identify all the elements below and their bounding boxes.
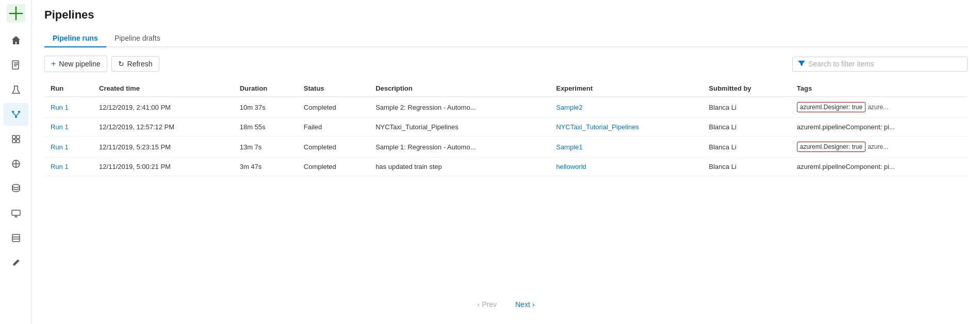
svg-rect-13 xyxy=(17,140,20,143)
run-link[interactable]: Run 1 xyxy=(51,143,69,151)
status-cell: Completed xyxy=(298,137,369,158)
table-row: Run 112/12/2019, 2:41:00 PM10m 37sComple… xyxy=(44,97,968,118)
experiment-link[interactable]: Sample1 xyxy=(556,143,582,151)
tag-text: azureml.pipelineComponent: pi... xyxy=(797,123,895,131)
tag-more: azure... xyxy=(868,104,888,111)
main-content: Pipelines Pipeline runs Pipeline drafts … xyxy=(32,0,980,324)
tag-badge: azureml.Designer: true xyxy=(797,102,865,112)
svg-point-6 xyxy=(18,111,20,113)
chevron-left-icon: ‹ xyxy=(478,300,480,309)
tabs: Pipeline runs Pipeline drafts xyxy=(44,30,968,47)
sidebar-item-models[interactable] xyxy=(4,128,28,150)
table-row: Run 112/11/2019, 5:00:21 PM3m 47sComplet… xyxy=(44,158,968,176)
description-cell: Sample 1: Regression - Automo... xyxy=(369,137,550,158)
svg-point-15 xyxy=(12,184,20,187)
svg-rect-16 xyxy=(12,210,20,215)
tag-more: azure... xyxy=(868,143,888,150)
sidebar-item-pipelines[interactable] xyxy=(4,103,28,126)
run-link[interactable]: Run 1 xyxy=(51,123,69,131)
tag-text: azureml.pipelineComponent: pi... xyxy=(797,163,895,170)
status-cell: Failed xyxy=(298,118,369,137)
sidebar-item-endpoints[interactable] xyxy=(4,152,28,175)
prev-button[interactable]: ‹ Prev xyxy=(470,297,504,312)
col-status: Status xyxy=(298,80,369,97)
search-placeholder: Search to filter items xyxy=(808,60,874,68)
col-experiment: Experiment xyxy=(550,80,703,97)
page-title: Pipelines xyxy=(44,8,968,22)
prev-label: Prev xyxy=(482,300,497,309)
refresh-icon: ↻ xyxy=(118,60,124,68)
duration-cell: 13m 7s xyxy=(234,137,298,158)
duration-cell: 3m 47s xyxy=(234,158,298,176)
new-pipeline-label: New pipeline xyxy=(59,60,100,68)
tags-cell: azureml.pipelineComponent: pi... xyxy=(791,158,968,176)
created-time-cell: 12/12/2019, 12:57:12 PM xyxy=(93,118,234,137)
svg-line-8 xyxy=(13,113,16,116)
tab-pipeline-drafts[interactable]: Pipeline drafts xyxy=(106,30,169,47)
sidebar-item-home[interactable] xyxy=(4,29,28,52)
sidebar-add-button[interactable] xyxy=(7,4,25,23)
new-pipeline-button[interactable]: + New pipeline xyxy=(44,56,107,72)
pipeline-runs-table: Run Created time Duration Status Descrip… xyxy=(44,80,968,176)
tags-cell: azureml.pipelineComponent: pi... xyxy=(791,118,968,137)
run-link[interactable]: Run 1 xyxy=(51,163,69,170)
search-box[interactable]: Search to filter items xyxy=(792,57,968,72)
tags-cell: azureml.Designer: trueazure... xyxy=(791,97,968,118)
refresh-button[interactable]: ↻ Refresh xyxy=(111,56,159,72)
status-cell: Completed xyxy=(298,158,369,176)
sidebar-item-notebooks[interactable] xyxy=(4,54,28,76)
svg-line-9 xyxy=(16,113,19,116)
submitted-by-cell: Blanca Li xyxy=(703,97,790,118)
sidebar-item-data[interactable] xyxy=(4,177,28,200)
tags-cell: azureml.Designer: trueazure... xyxy=(791,137,968,158)
svg-rect-0 xyxy=(12,61,19,69)
sidebar xyxy=(0,0,32,324)
description-cell: has updated train step xyxy=(369,158,550,176)
col-submitted-by: Submitted by xyxy=(703,80,790,97)
experiment-link[interactable]: NYCTaxi_Tutorial_Pipelines xyxy=(556,123,639,131)
table-header-row: Run Created time Duration Status Descrip… xyxy=(44,80,968,97)
chevron-right-icon: › xyxy=(532,300,535,309)
description-cell: Sample 2: Regression - Automo... xyxy=(369,97,550,118)
filter-icon xyxy=(798,60,805,69)
sidebar-item-datastores[interactable] xyxy=(4,227,28,249)
col-tags: Tags xyxy=(791,80,968,97)
submitted-by-cell: Blanca Li xyxy=(703,137,790,158)
pagination: ‹ Prev Next › xyxy=(44,289,968,316)
col-created-time: Created time xyxy=(93,80,234,97)
tab-pipeline-runs[interactable]: Pipeline runs xyxy=(44,30,106,47)
next-label: Next xyxy=(515,300,530,309)
sidebar-item-experiments[interactable] xyxy=(4,78,28,101)
svg-rect-10 xyxy=(12,135,15,139)
duration-cell: 18m 55s xyxy=(234,118,298,137)
svg-rect-12 xyxy=(12,140,15,143)
created-time-cell: 12/11/2019, 5:00:21 PM xyxy=(93,158,234,176)
duration-cell: 10m 37s xyxy=(234,97,298,118)
tag-badge: azureml.Designer: true xyxy=(797,142,865,152)
table-row: Run 112/11/2019, 5:23:15 PM13m 7sComplet… xyxy=(44,137,968,158)
plus-icon: + xyxy=(51,59,56,69)
refresh-label: Refresh xyxy=(127,60,153,68)
created-time-cell: 12/11/2019, 5:23:15 PM xyxy=(93,137,234,158)
table-container: Run Created time Duration Status Descrip… xyxy=(44,80,968,289)
created-time-cell: 12/12/2019, 2:41:00 PM xyxy=(93,97,234,118)
sidebar-item-compute[interactable] xyxy=(4,202,28,225)
svg-rect-11 xyxy=(17,135,20,139)
col-description: Description xyxy=(369,80,550,97)
toolbar: + New pipeline ↻ Refresh Search to filte… xyxy=(44,56,968,72)
status-cell: Completed xyxy=(298,97,369,118)
submitted-by-cell: Blanca Li xyxy=(703,118,790,137)
table-row: Run 112/12/2019, 12:57:12 PM18m 55sFaile… xyxy=(44,118,968,137)
col-duration: Duration xyxy=(234,80,298,97)
col-run: Run xyxy=(44,80,93,97)
description-cell: NYCTaxi_Tutorial_Pipelines xyxy=(369,118,550,137)
submitted-by-cell: Blanca Li xyxy=(703,158,790,176)
svg-point-7 xyxy=(15,116,17,118)
run-link[interactable]: Run 1 xyxy=(51,104,69,111)
svg-rect-19 xyxy=(12,234,20,242)
next-button[interactable]: Next › xyxy=(508,297,542,312)
sidebar-item-edit[interactable] xyxy=(4,251,28,274)
svg-point-5 xyxy=(12,111,14,113)
experiment-link[interactable]: helloworld xyxy=(556,163,586,170)
experiment-link[interactable]: Sample2 xyxy=(556,104,582,111)
